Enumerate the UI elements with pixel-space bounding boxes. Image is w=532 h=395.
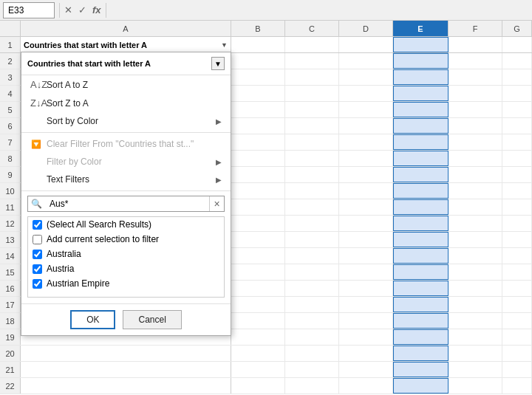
sort-color-arrow: ▶ [216, 117, 222, 126]
confirm-icon[interactable]: ✓ [78, 4, 86, 16]
cell-e10[interactable] [393, 183, 449, 199]
filter-dropdown-arrow[interactable]: ▼ [221, 41, 228, 49]
row-number[interactable]: 16 [0, 281, 21, 296]
cell-ref-value: E33 [8, 5, 24, 16]
list-item[interactable]: Australia [28, 247, 224, 261]
cell-a1[interactable]: Countries that start with letter A ▼ [21, 37, 231, 52]
cell-e5[interactable] [393, 102, 449, 117]
cell-e6[interactable] [393, 118, 449, 134]
row-number[interactable]: 17 [0, 297, 21, 312]
row-number[interactable]: 4 [0, 86, 21, 101]
cell-e16[interactable] [393, 281, 449, 296]
list-item[interactable]: Austria [28, 261, 224, 276]
formula-bar: E33 ✕ ✓ fx [0, 0, 532, 21]
add-selection-label: Add current selection to filter [47, 234, 159, 244]
cell-e4[interactable] [393, 86, 449, 101]
col-header-g[interactable]: G [502, 21, 532, 36]
austria-label: Austria [47, 264, 74, 274]
col-header-e[interactable]: E [393, 21, 449, 36]
row-number[interactable]: 22 [0, 378, 21, 394]
select-all-checkbox[interactable] [33, 220, 42, 230]
cell-c1[interactable] [285, 37, 339, 52]
row-number[interactable]: 6 [0, 118, 21, 134]
cell-e3[interactable] [393, 69, 449, 85]
row-number[interactable]: 3 [0, 69, 21, 85]
cell-e21[interactable] [393, 362, 449, 377]
cell-f1[interactable] [449, 37, 502, 52]
cell-e11[interactable] [393, 199, 449, 215]
row-number[interactable]: 12 [0, 216, 21, 231]
cell-e19[interactable] [393, 329, 449, 345]
austria-checkbox[interactable] [33, 264, 42, 274]
cell-e7[interactable] [393, 134, 449, 150]
row-number[interactable]: 14 [0, 248, 21, 264]
cell-e18[interactable] [393, 313, 449, 329]
cell-e22[interactable] [393, 378, 449, 394]
filter-by-color-item[interactable]: Filter by Color ▶ [21, 153, 231, 171]
cell-d2[interactable] [339, 53, 393, 69]
cell-f2[interactable] [449, 53, 502, 69]
ok-button[interactable]: OK [70, 310, 115, 329]
row-number[interactable]: 19 [0, 329, 21, 345]
sort-a-to-z-item[interactable]: A↓Z Sort A to Z [21, 75, 231, 94]
filter-arrow-button[interactable]: ▼ [211, 57, 225, 70]
text-filters-item[interactable]: Text Filters ▶ [21, 171, 231, 188]
cell-b2[interactable] [231, 53, 285, 69]
add-selection-checkbox[interactable] [33, 235, 42, 244]
clear-filter-icon: 🔽 [30, 140, 42, 149]
sort-z-to-a-item[interactable]: Z↓A Sort Z to A [21, 94, 231, 112]
australia-checkbox[interactable] [33, 250, 42, 259]
formula-input[interactable] [111, 5, 529, 16]
cell-e12[interactable] [393, 216, 449, 231]
search-input[interactable] [45, 196, 209, 211]
austrian-empire-label: Austrian Empire [47, 278, 109, 289]
row-number[interactable]: 10 [0, 183, 21, 199]
row-number[interactable]: 21 [0, 362, 21, 377]
row-number[interactable]: 11 [0, 199, 21, 215]
row-number[interactable]: 9 [0, 167, 21, 182]
sort-by-color-item[interactable]: Sort by Color ▶ [21, 112, 231, 130]
cell-e2[interactable] [393, 53, 449, 69]
search-box: 🔍 × [27, 196, 225, 212]
row-number[interactable]: 5 [0, 102, 21, 117]
cell-g2[interactable] [502, 53, 532, 69]
cell-b1[interactable] [231, 37, 285, 52]
row-number[interactable]: 18 [0, 313, 21, 329]
cell-e14[interactable] [393, 248, 449, 264]
sort-az-icon: A↓Z [30, 79, 42, 90]
col-header-b[interactable]: B [231, 21, 285, 36]
row-number[interactable]: 2 [0, 53, 21, 69]
checkbox-list: (Select All Search Results) Add current … [27, 216, 225, 298]
cell-e9[interactable] [393, 167, 449, 182]
cell-e13[interactable] [393, 232, 449, 247]
clear-filter-item[interactable]: 🔽 Clear Filter From "Countries that st..… [21, 135, 231, 153]
col-header-f[interactable]: F [449, 21, 502, 36]
austrian-empire-checkbox[interactable] [33, 279, 42, 289]
text-filters-label: Text Filters [47, 174, 89, 185]
cell-c2[interactable] [285, 53, 339, 69]
row-number[interactable]: 7 [0, 134, 21, 150]
row-number[interactable]: 1 [0, 37, 21, 52]
function-icon[interactable]: fx [92, 4, 101, 16]
list-item[interactable]: Add current selection to filter [28, 232, 224, 247]
col-header-d[interactable]: D [339, 21, 393, 36]
list-item[interactable]: (Select All Search Results) [28, 217, 224, 232]
cell-reference-box[interactable]: E33 [3, 2, 55, 18]
cell-e15[interactable] [393, 264, 449, 280]
cancel-icon[interactable]: ✕ [64, 4, 72, 16]
row-number[interactable]: 8 [0, 151, 21, 166]
cell-e8[interactable] [393, 151, 449, 166]
row-number[interactable]: 15 [0, 264, 21, 280]
list-item[interactable]: Austrian Empire [28, 276, 224, 291]
col-header-c[interactable]: C [285, 21, 339, 36]
col-header-a[interactable]: A [21, 21, 231, 36]
search-clear-button[interactable]: × [209, 196, 224, 211]
cell-d1[interactable] [339, 37, 393, 52]
cell-e17[interactable] [393, 297, 449, 312]
row-number[interactable]: 20 [0, 346, 21, 361]
cell-e20[interactable] [393, 346, 449, 361]
cell-e1[interactable] [393, 37, 449, 52]
row-number[interactable]: 13 [0, 232, 21, 247]
cell-g1[interactable] [502, 37, 532, 52]
cancel-button[interactable]: Cancel [123, 310, 181, 329]
